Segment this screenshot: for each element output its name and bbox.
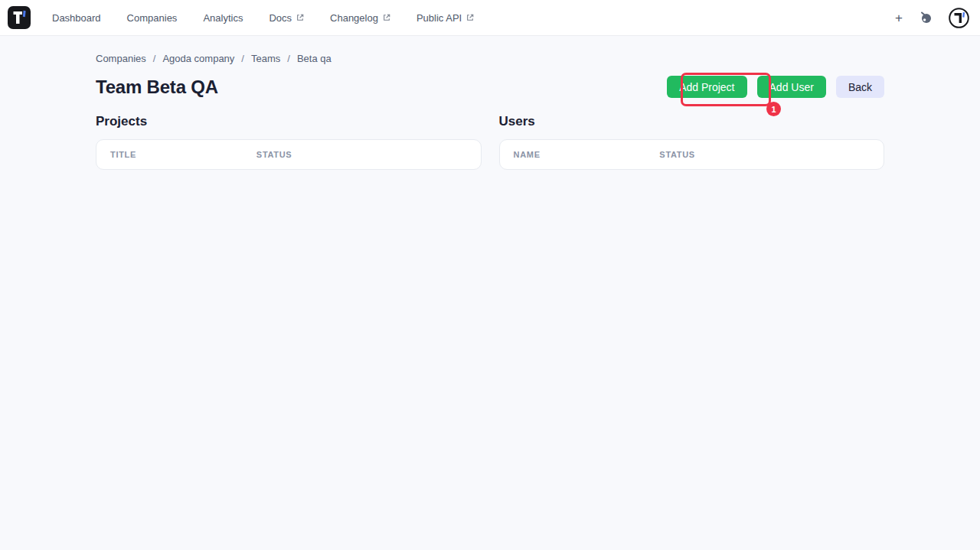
external-link-icon	[466, 14, 474, 21]
users-column-name: NAME	[514, 150, 660, 159]
add-project-button[interactable]: Add Project	[667, 76, 746, 98]
users-heading: Users	[499, 114, 885, 129]
nav-item-label: Changelog	[330, 12, 378, 24]
breadcrumb: Companies / Agoda company / Teams / Beta…	[96, 53, 884, 64]
projects-table: TITLE STATUS	[96, 139, 482, 170]
users-section: Users NAME STATUS	[499, 114, 885, 170]
projects-column-status: STATUS	[256, 150, 467, 159]
nav-item-public-api[interactable]: Public API	[416, 12, 474, 24]
nav-item-docs[interactable]: Docs	[269, 12, 304, 24]
projects-column-title: TITLE	[110, 150, 256, 159]
nav-item-changelog[interactable]: Changelog	[330, 12, 390, 24]
page-title: Team Beta QA	[96, 76, 218, 98]
breadcrumb-separator: /	[287, 53, 290, 64]
user-avatar[interactable]	[949, 8, 969, 28]
external-link-icon	[296, 14, 304, 21]
breadcrumb-current-beta-qa: Beta qa	[297, 53, 332, 64]
title-row: Team Beta QA Add Project Add User Back	[96, 76, 884, 98]
nav-item-label: Companies	[127, 12, 178, 24]
nav-item-dashboard[interactable]: Dashboard	[52, 12, 101, 24]
users-table: NAME STATUS	[499, 139, 885, 170]
breadcrumb-link-agoda-company[interactable]: Agoda company	[162, 53, 234, 64]
users-column-status: STATUS	[659, 150, 870, 159]
page-actions: Add Project Add User Back	[667, 76, 884, 98]
nav-item-label: Analytics	[203, 12, 243, 24]
breadcrumb-link-teams[interactable]: Teams	[251, 53, 280, 64]
users-table-header: NAME STATUS	[500, 140, 884, 169]
navbar-right-cluster: +	[895, 8, 969, 28]
add-user-button[interactable]: Add User	[757, 76, 826, 98]
nav-item-label: Docs	[269, 12, 292, 24]
top-navbar: Dashboard Companies Analytics Docs Chang…	[0, 0, 980, 36]
search-icon[interactable]	[919, 11, 933, 24]
breadcrumb-link-companies[interactable]: Companies	[96, 53, 146, 64]
projects-heading: Projects	[96, 114, 482, 129]
sections-grid: Projects TITLE STATUS Users NAME STATUS	[96, 114, 884, 170]
nav-item-analytics[interactable]: Analytics	[203, 12, 243, 24]
nav-item-companies[interactable]: Companies	[127, 12, 178, 24]
projects-table-header: TITLE STATUS	[96, 140, 481, 169]
add-icon[interactable]: +	[895, 11, 903, 24]
external-link-icon	[383, 14, 390, 21]
main-content: Companies / Agoda company / Teams / Beta…	[96, 36, 884, 170]
main-nav: Dashboard Companies Analytics Docs Chang…	[52, 12, 474, 24]
app-logo-icon[interactable]	[8, 6, 31, 29]
nav-item-label: Public API	[416, 12, 462, 24]
projects-section: Projects TITLE STATUS	[96, 114, 482, 170]
nav-item-label: Dashboard	[52, 12, 101, 24]
breadcrumb-separator: /	[153, 53, 156, 64]
back-button[interactable]: Back	[836, 76, 884, 98]
breadcrumb-separator: /	[241, 53, 244, 64]
